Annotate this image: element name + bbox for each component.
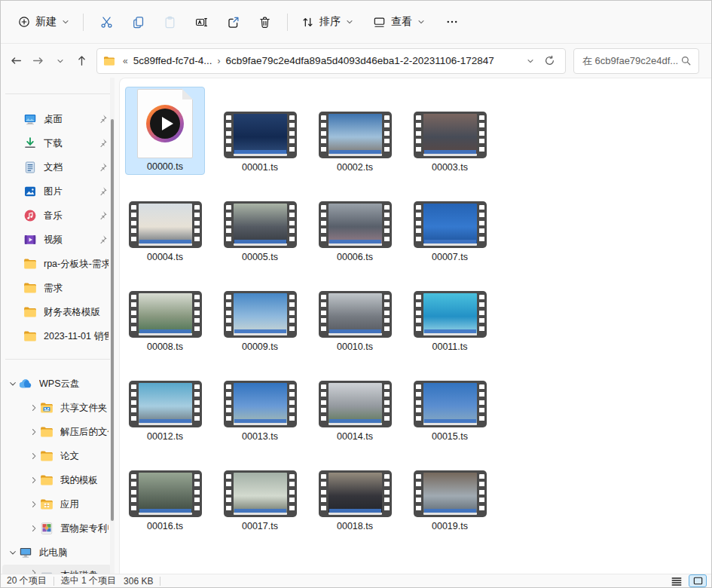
- back-button[interactable]: [5, 49, 27, 73]
- sidebar-item-downloads[interactable]: 下载: [2, 131, 112, 155]
- delete-icon: [258, 16, 271, 29]
- pin-icon[interactable]: [96, 234, 108, 245]
- sidebar-item-videos[interactable]: 视频: [2, 228, 112, 252]
- more-button[interactable]: [439, 8, 465, 35]
- up-button[interactable]: [71, 49, 93, 73]
- sidebar-item-templates-folder[interactable]: 我的模板: [2, 468, 112, 492]
- sidebar-item-finance-folder[interactable]: 财务表格模版: [2, 300, 112, 324]
- command-bar: 新建 排序 查看: [1, 1, 711, 44]
- file-item[interactable]: 00013.ts: [220, 356, 300, 444]
- chevron-right-icon[interactable]: [28, 403, 40, 412]
- view-button-label: 查看: [391, 15, 412, 29]
- file-item[interactable]: 00006.ts: [315, 176, 395, 265]
- pin-icon[interactable]: [96, 186, 108, 197]
- new-button[interactable]: 新建: [11, 8, 76, 35]
- copy-button[interactable]: [122, 8, 154, 35]
- sidebar-item-label: 共享文件夹: [60, 402, 108, 415]
- file-item[interactable]: 00019.ts: [410, 446, 490, 534]
- sidebar-item-documents[interactable]: 文档: [2, 155, 112, 179]
- file-item[interactable]: 00018.ts: [315, 446, 395, 534]
- sidebar-item-papers-folder[interactable]: 论文: [2, 444, 112, 468]
- chevron-down-icon[interactable]: [7, 548, 19, 557]
- chevron-right-icon[interactable]: [28, 524, 40, 533]
- chevron-right-icon[interactable]: [28, 568, 40, 574]
- sidebar-item-patent-archive[interactable]: 置物架专利申请: [2, 516, 112, 541]
- file-item[interactable]: 00003.ts: [410, 87, 490, 175]
- sidebar-item-unzipped-folder[interactable]: 解压后的文件: [2, 420, 112, 444]
- chevron-right-icon[interactable]: [28, 452, 40, 461]
- file-item[interactable]: 00014.ts: [315, 356, 395, 444]
- sidebar-item-music[interactable]: 音乐: [2, 204, 112, 228]
- file-item[interactable]: 00001.ts: [220, 87, 300, 175]
- sidebar-item-label: 财务表格模版: [44, 306, 108, 319]
- icons-view-toggle[interactable]: [689, 574, 707, 587]
- sidebar-item-wps-cloud[interactable]: WPS云盘: [2, 372, 112, 396]
- recent-locations-button[interactable]: [49, 49, 71, 73]
- address-bar[interactable]: « 5c89ffed-fc7d-4... › 6cb9fae79c2e4dfa8…: [96, 48, 566, 74]
- share-icon: [227, 16, 240, 29]
- sidebar-item-pictures[interactable]: 图片: [2, 179, 112, 204]
- pin-icon[interactable]: [96, 162, 108, 173]
- cut-button[interactable]: [90, 8, 122, 35]
- breadcrumb-root[interactable]: 5c89ffed-fc7d-4...: [130, 54, 215, 68]
- bottom-bar: [423, 243, 477, 246]
- up-icon: [75, 54, 88, 67]
- filmstrip-thumbnail: [224, 291, 297, 338]
- filmstrip-thumbnail: [129, 291, 202, 338]
- sidebar-item-label: 图片: [44, 185, 96, 198]
- sidebar-item-this-pc[interactable]: 此电脑: [2, 541, 112, 565]
- breadcrumb-current[interactable]: 6cb9fae79c2e4dfa89a5d4093d46eba1-2-20231…: [223, 54, 497, 68]
- file-item[interactable]: 00007.ts: [410, 176, 490, 265]
- pin-icon[interactable]: [96, 138, 108, 149]
- details-view-toggle[interactable]: [668, 574, 686, 587]
- file-item[interactable]: 00000.ts: [125, 87, 205, 175]
- file-item[interactable]: 00008.ts: [125, 266, 205, 354]
- chevron-right-icon[interactable]: [28, 476, 40, 485]
- item-count: 20 个项目: [7, 574, 47, 587]
- file-name-label: 00013.ts: [242, 431, 278, 443]
- delete-button[interactable]: [249, 8, 280, 35]
- pin-icon[interactable]: [96, 114, 108, 124]
- share-button[interactable]: [217, 8, 249, 35]
- file-item[interactable]: 00012.ts: [125, 356, 205, 444]
- paste-icon: [163, 16, 176, 29]
- file-item[interactable]: 00016.ts: [125, 446, 205, 534]
- chevron-down-icon[interactable]: [7, 379, 19, 388]
- refresh-icon: [544, 55, 555, 66]
- file-item[interactable]: 00005.ts: [220, 176, 300, 265]
- chevron-right-icon[interactable]: [28, 500, 40, 509]
- search-input[interactable]: [581, 54, 680, 67]
- sidebar-item-local-disk[interactable]: 本地磁盘: [2, 565, 112, 574]
- music-icon: [23, 209, 37, 222]
- chevron-right-icon[interactable]: [28, 427, 40, 436]
- file-grid: 00000.ts00001.ts00002.ts00003.ts00004.ts…: [125, 87, 490, 535]
- file-item[interactable]: 00004.ts: [125, 176, 205, 265]
- sidebar-item-apps-folder[interactable]: 应用: [2, 492, 112, 516]
- sidebar-item-shared-folder[interactable]: 共享文件夹: [2, 396, 112, 420]
- sidebar-item-label: rpa-分板块-需求: [44, 258, 108, 271]
- file-item[interactable]: 00011.ts: [410, 266, 490, 354]
- sidebar-item-xuqiu-folder[interactable]: 需求: [2, 276, 112, 300]
- sidebar-item-rpa-folder[interactable]: rpa-分板块-需求: [2, 252, 112, 276]
- play-icon: [146, 105, 184, 142]
- rename-button[interactable]: [185, 8, 217, 35]
- address-dropdown-button[interactable]: [521, 51, 539, 71]
- breadcrumb-collapse[interactable]: «: [121, 56, 130, 66]
- file-item[interactable]: 00002.ts: [315, 87, 395, 175]
- file-item[interactable]: 00010.ts: [315, 266, 395, 354]
- view-button[interactable]: 查看: [366, 8, 432, 35]
- sidebar-item-sales-folder[interactable]: 2023-11-01 销售: [2, 324, 112, 348]
- file-item[interactable]: 00009.ts: [220, 266, 300, 354]
- filmstrip-thumbnail: [414, 291, 487, 338]
- refresh-button[interactable]: [539, 51, 559, 71]
- sort-button[interactable]: 排序: [295, 8, 360, 35]
- sidebar-scrollbar-thumb[interactable]: [111, 119, 114, 521]
- filmstrip-thumbnail: [414, 201, 487, 248]
- filmstrip-thumbnail: [319, 470, 392, 517]
- forward-button[interactable]: [27, 49, 49, 73]
- file-item[interactable]: 00017.ts: [220, 446, 300, 534]
- filmstrip-thumbnail: [319, 201, 392, 248]
- sidebar-item-desktop[interactable]: 桌面: [2, 107, 112, 131]
- pin-icon[interactable]: [96, 210, 108, 221]
- file-item[interactable]: 00015.ts: [410, 356, 490, 444]
